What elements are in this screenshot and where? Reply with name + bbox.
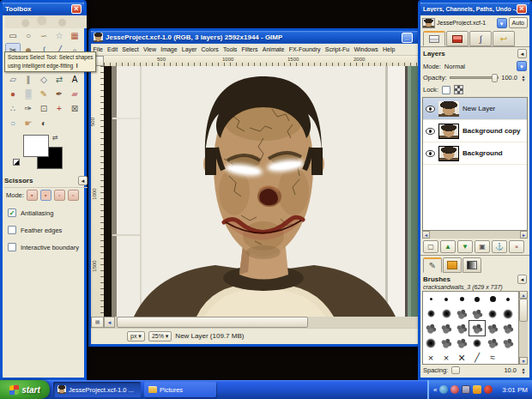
tool-fuzzy-select[interactable]: ☆ — [51, 28, 67, 43]
tab-undo[interactable]: ↩ — [493, 31, 515, 46]
mode-replace-button[interactable]: ▪ — [27, 190, 38, 201]
vertical-scrollbar[interactable] — [519, 299, 528, 357]
mode-intersect-button[interactable]: ▫ — [68, 190, 79, 201]
tab-gradients[interactable] — [462, 257, 481, 273]
lock-pixels-icon[interactable] — [454, 85, 463, 94]
tool-blend[interactable]: ▒ — [21, 87, 36, 101]
tray-icon[interactable] — [473, 385, 481, 394]
spacing-value[interactable]: 10.0 — [504, 366, 517, 374]
menu-view[interactable]: View — [141, 46, 158, 52]
brush-dot[interactable] — [438, 292, 454, 306]
tool-select-by-color[interactable]: ▦ — [67, 28, 82, 43]
feather-edges-option[interactable]: Feather edges — [8, 226, 62, 234]
scroll-left-arrow[interactable]: ◂ — [104, 317, 115, 328]
checkbox-icon[interactable] — [8, 226, 16, 234]
tool-paintbrush[interactable]: ✒ — [51, 87, 67, 101]
spacing-spinner[interactable]: ▲▼ — [520, 367, 527, 374]
mode-subtract-button[interactable]: ▫ — [54, 190, 65, 201]
brush-x[interactable]: × — [438, 350, 454, 365]
tab-patterns[interactable] — [443, 257, 462, 273]
slider-handle[interactable] — [492, 74, 498, 82]
duplicate-layer-button[interactable]: ▣ — [475, 240, 490, 253]
mode-add-button[interactable]: ▪ — [40, 190, 51, 201]
brush-blob[interactable] — [485, 336, 500, 350]
hide-icons-chevron-icon[interactable]: « — [433, 386, 437, 394]
brush-blob[interactable] — [438, 336, 454, 350]
unit-select[interactable]: px ▾ — [127, 331, 145, 342]
canvas[interactable] — [104, 66, 424, 317]
layer-row[interactable]: Background copy — [423, 120, 527, 142]
image-combo[interactable]: JesseProject.xcf-1 — [437, 20, 495, 26]
brush-x[interactable]: × — [423, 350, 438, 365]
horizontal-ruler[interactable]: 500100015002000 — [104, 56, 424, 66]
menu-windows[interactable]: Windows — [352, 46, 381, 52]
scroll-down-arrow[interactable]: ▾ — [519, 357, 528, 365]
interactive-boundary-option[interactable]: Interactive boundary — [8, 243, 79, 251]
foreground-color-swatch[interactable] — [23, 135, 49, 157]
opacity-slider[interactable] — [450, 76, 499, 79]
brush-blob[interactable] — [454, 336, 469, 350]
brush-fuzzy[interactable] — [500, 306, 516, 321]
scroll-left-arrow[interactable]: ◂ — [422, 231, 430, 239]
taskbar-task-gimp[interactable]: JesseProject.xcf-1.0 ... — [53, 382, 141, 397]
image-window-titlebar[interactable]: JesseProject.xcf-1.0 (RGB, 3 layers) 259… — [91, 31, 424, 44]
tool-scale[interactable]: ▱ — [5, 72, 21, 87]
tool-ellipse-select[interactable]: ○ — [21, 28, 36, 43]
close-icon[interactable]: × — [517, 4, 527, 14]
brush-dot[interactable] — [454, 292, 469, 306]
lower-layer-button[interactable]: ▼ — [457, 240, 473, 253]
opacity-spinner[interactable]: ▲▼ — [520, 75, 527, 82]
mode-value[interactable]: Normal — [444, 63, 465, 70]
brush-fuzzy[interactable] — [485, 306, 500, 321]
raise-layer-button[interactable]: ▲ — [440, 240, 456, 253]
close-icon[interactable]: × — [71, 4, 82, 14]
brush-selected-crack[interactable] — [469, 321, 485, 336]
delete-layer-button[interactable]: × — [509, 240, 524, 253]
new-layer-button[interactable]: ▢ — [423, 240, 438, 253]
scroll-up-arrow[interactable]: ▴ — [519, 291, 528, 299]
brush-fuzzy[interactable] — [423, 336, 438, 350]
brush-X[interactable]: × — [454, 350, 469, 365]
brush-dot[interactable] — [469, 292, 485, 306]
scrollbar-thumb[interactable] — [117, 317, 308, 328]
tool-bucket-fill[interactable]: ● — [5, 87, 21, 101]
tool-eraser[interactable]: ▰ — [67, 87, 82, 101]
opacity-value[interactable]: 100.0 — [501, 74, 517, 82]
visibility-eye-icon[interactable] — [426, 106, 435, 112]
zoom-select[interactable]: 25% ▾ — [148, 331, 172, 342]
anchor-layer-button[interactable]: ⚓ — [492, 240, 507, 253]
tool-flip[interactable]: ⇄ — [51, 72, 67, 87]
antialiasing-option[interactable]: ✓ Antialiasing — [8, 209, 53, 217]
horizontal-scrollbar[interactable] — [430, 231, 520, 239]
brush-blob[interactable] — [423, 321, 438, 336]
lock-alpha-checkbox[interactable] — [442, 86, 450, 94]
brush-blob[interactable] — [469, 306, 485, 321]
panel-menu-icon[interactable]: ◂ — [78, 176, 88, 185]
tab-paths[interactable]: ∫ — [469, 31, 492, 46]
tool-free-select[interactable]: ∽ — [36, 28, 51, 43]
swap-colors-icon[interactable]: ⇄ — [52, 134, 58, 142]
tray-icon[interactable] — [484, 385, 493, 394]
brush-wing[interactable]: ≈ — [485, 350, 500, 365]
horizontal-scrollbar[interactable] — [115, 317, 424, 328]
tab-brushes[interactable]: ✎ — [423, 257, 442, 273]
tool-perspective[interactable]: ◇ — [36, 72, 51, 87]
tool-blur-sharpen[interactable]: ○ — [5, 116, 21, 130]
menu-animate[interactable]: Animate — [260, 46, 287, 52]
brush-stroke[interactable]: ╱ — [469, 350, 485, 365]
brush-blob[interactable] — [454, 321, 469, 336]
tab-layers[interactable] — [423, 31, 445, 46]
menu-select[interactable]: Select — [120, 46, 142, 52]
toolbox-titlebar[interactable]: Toolbox × — [3, 3, 84, 15]
tool-perspective-clone[interactable]: ⊠ — [67, 101, 82, 116]
brush-fuzzy[interactable] — [469, 336, 485, 350]
visibility-eye-icon[interactable] — [426, 128, 435, 135]
menu-script-fu[interactable]: Script-Fu — [323, 46, 352, 52]
menu-filters[interactable]: Filters — [239, 46, 260, 52]
tool-text[interactable]: A — [67, 72, 82, 87]
visibility-eye-icon[interactable] — [426, 150, 435, 157]
auto-button[interactable]: Auto — [509, 17, 528, 28]
tool-heal[interactable]: + — [51, 101, 67, 116]
tool-airbrush[interactable]: ∴ — [5, 101, 21, 116]
tray-icon[interactable] — [439, 385, 448, 394]
